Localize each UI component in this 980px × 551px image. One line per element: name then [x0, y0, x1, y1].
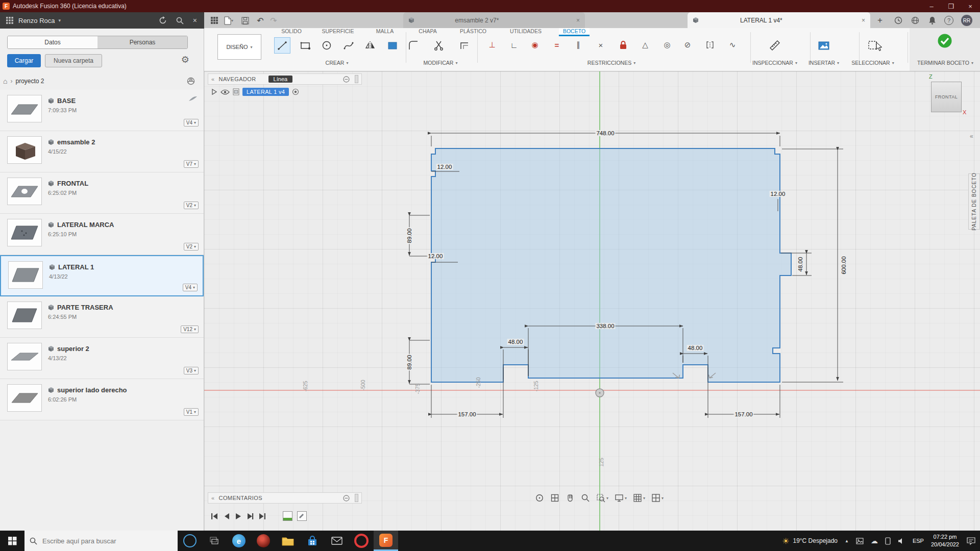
menu-select-label[interactable]: SELECCIONAR▾: [851, 60, 894, 66]
constraint-midpoint-icon[interactable]: ◉: [529, 39, 541, 51]
item-thumbnail[interactable]: [7, 384, 42, 412]
constraint-symmetry-icon[interactable]: [704, 39, 716, 51]
list-item[interactable]: FRONTAL 6:25:02 PM V2▾: [0, 172, 204, 214]
finish-sketch-label[interactable]: TERMINAR BOCETO▾: [917, 60, 973, 66]
new-file-icon[interactable]: ▾: [223, 15, 235, 26]
collapse-right-icon[interactable]: «: [970, 133, 973, 140]
group-create-label[interactable]: CREAR▾: [326, 60, 349, 66]
rectangle-tool[interactable]: [297, 37, 313, 54]
game-app-icon[interactable]: [251, 531, 276, 551]
list-item[interactable]: BASE 7:09:33 PM V4▾: [0, 90, 204, 131]
dimension-label[interactable]: 12.00: [770, 191, 787, 197]
item-version-badge[interactable]: V12▾: [181, 325, 199, 333]
viewport-canvas[interactable]: 748.0012.0012.0089.0012.0089.0048.00600.…: [204, 71, 980, 531]
history-icon[interactable]: [892, 15, 904, 26]
tray-phone-icon[interactable]: [885, 537, 891, 545]
store-icon[interactable]: [300, 531, 325, 551]
constraint-tangent-icon[interactable]: ⊘: [682, 39, 693, 51]
dimension-label[interactable]: 48.00: [687, 345, 704, 351]
dimension-label[interactable]: 748.00: [595, 130, 615, 136]
item-thumbnail[interactable]: [8, 261, 43, 289]
tray-photos-icon[interactable]: [856, 538, 864, 544]
item-version-badge[interactable]: V3▾: [184, 367, 199, 374]
sketch-palette-tab[interactable]: PALETA DE BOCETO: [968, 173, 980, 230]
new-folder-button[interactable]: Nueva carpeta: [45, 54, 102, 67]
item-version-badge[interactable]: V1▾: [184, 408, 199, 416]
dimension-label[interactable]: 48.00: [507, 339, 524, 345]
item-version-badge[interactable]: V4▾: [184, 119, 199, 127]
mirror-tool[interactable]: [362, 37, 378, 54]
task-view-icon[interactable]: [202, 531, 227, 551]
close-tab-icon[interactable]: ×: [576, 17, 580, 24]
viewports-icon[interactable]: ▾: [651, 493, 664, 503]
ribbon-tab-boceto[interactable]: BOCETO: [559, 28, 590, 36]
constraint-perpendicular-icon[interactable]: ×: [595, 39, 606, 51]
item-thumbnail[interactable]: [7, 178, 42, 205]
tray-volume-icon[interactable]: [898, 538, 905, 544]
timeline-skip-end-icon[interactable]: [258, 512, 266, 520]
constraint-curvature-icon[interactable]: ∿: [727, 39, 738, 51]
file-explorer-icon[interactable]: [276, 531, 300, 551]
save-icon[interactable]: [239, 15, 251, 26]
dimension-label[interactable]: 48.00: [797, 256, 803, 273]
timeline-play-icon[interactable]: [235, 512, 242, 520]
drag-grip[interactable]: [355, 75, 358, 83]
spline-tool[interactable]: [340, 37, 357, 54]
insert-image-icon[interactable]: [816, 37, 832, 54]
collapse-left-icon[interactable]: «: [211, 495, 215, 501]
language-indicator[interactable]: ESP: [913, 538, 924, 544]
orbit-icon[interactable]: [535, 493, 544, 503]
close-panel-icon[interactable]: ×: [193, 16, 197, 24]
ribbon-tab-solido[interactable]: SOLIDO: [281, 28, 302, 35]
list-item[interactable]: superior lado derecho 6:02:26 PM V1▾: [0, 379, 204, 420]
edge-browser-icon[interactable]: e: [227, 531, 251, 551]
tab-personas[interactable]: Personas: [97, 36, 187, 48]
app-grid-icon[interactable]: [6, 17, 13, 24]
search-input[interactable]: [41, 537, 166, 545]
close-tab-icon[interactable]: ×: [862, 17, 865, 24]
circle-tool[interactable]: [318, 37, 335, 54]
item-thumbnail[interactable]: [7, 302, 42, 329]
ribbon-tab-chapa[interactable]: CHAPA: [419, 28, 436, 35]
grid-snap-icon[interactable]: ▾: [633, 493, 645, 503]
document-tab-lateral1[interactable]: LATERAL 1 v4* ×: [688, 12, 870, 28]
menu-insert-label[interactable]: INSERTAR▾: [808, 60, 839, 66]
taskbar-search[interactable]: [24, 531, 178, 551]
timeline-feature[interactable]: [297, 511, 307, 521]
menu-inspect-label[interactable]: INSPECCIONAR▾: [752, 60, 797, 66]
timeline-skip-start-icon[interactable]: [210, 512, 218, 520]
dimension-label[interactable]: 338.00: [595, 323, 615, 329]
settings-gear-icon[interactable]: ⚙: [181, 54, 189, 65]
share-people-icon[interactable]: [187, 77, 195, 85]
constraint-polygon-icon[interactable]: △: [640, 39, 651, 51]
ribbon-tab-utilidades[interactable]: UTILIDADES: [510, 28, 542, 35]
item-thumbnail[interactable]: [7, 136, 42, 164]
group-modify-label[interactable]: MODIFICAR▾: [424, 60, 458, 66]
fillet-tool[interactable]: [405, 37, 422, 54]
start-button[interactable]: [0, 531, 24, 551]
look-at-icon[interactable]: [550, 493, 559, 503]
dimension-label[interactable]: 12.00: [436, 164, 453, 170]
ribbon-tab-superficie[interactable]: SUPERFICIE: [322, 28, 354, 35]
trim-tool[interactable]: [431, 37, 447, 54]
list-item[interactable]: superior 2 4/13/22 V3▾: [0, 338, 204, 379]
new-tab-button[interactable]: +: [874, 15, 886, 26]
line-tool[interactable]: [274, 37, 290, 54]
constraint-concentric-icon[interactable]: ◎: [662, 39, 673, 51]
notifications-bell-icon[interactable]: [926, 15, 938, 26]
browser-tree-row[interactable]: LATERAL 1 v4: [211, 88, 299, 96]
redo-icon[interactable]: ↷: [267, 15, 280, 26]
dimension-label[interactable]: 157.00: [733, 411, 753, 417]
comments-bar[interactable]: « COMENTARIOS: [208, 492, 362, 504]
maximize-button[interactable]: ❒: [941, 0, 961, 12]
ribbon-tab-malla[interactable]: MALLA: [376, 28, 394, 35]
list-item[interactable]: PARTE TRASERA 6:24:55 PM V12▾: [0, 296, 204, 338]
constraint-coincident-icon[interactable]: ∟: [508, 39, 520, 51]
upload-button[interactable]: Cargar: [7, 54, 41, 67]
taskbar-clock[interactable]: 07:22 pm 20/04/2022: [931, 533, 959, 548]
timeline-step-back-icon[interactable]: [223, 512, 230, 520]
item-thumbnail[interactable]: [7, 343, 42, 370]
display-settings-icon[interactable]: ▾: [615, 493, 627, 503]
avatar[interactable]: RR: [961, 15, 973, 26]
undo-icon[interactable]: ↶: [254, 15, 266, 26]
